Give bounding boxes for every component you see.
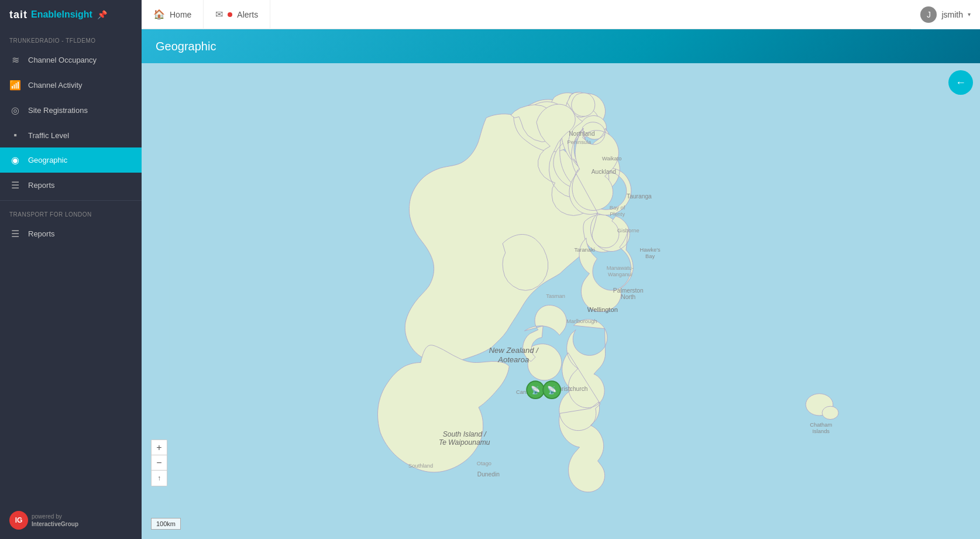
chatham-islands2 [822,406,838,419]
scale-label: 100km [156,520,176,527]
traffic-level-icon: ▪ [9,130,21,140]
alerts-icon: ✉ [215,9,223,20]
bay-of-plenty-label: Bay of [610,205,625,211]
zoom-in-icon: + [156,442,161,453]
map-container[interactable]: New Zealand / Aotearoa South Island / Te… [142,63,980,539]
chevron-down-icon: ▾ [968,11,971,18]
palmerston-label: Palmerston [613,287,644,294]
bay-of-plenty-label2: Plenty [610,211,625,217]
back-icon: ← [955,77,966,89]
reports-tfl-icon: ☰ [9,228,21,239]
manawatu-label2: Wanganui [608,272,632,277]
sidebar-section1-label: TRUNKEDRADIO - TFLDEMO [0,29,142,47]
page-header: Geographic [142,29,980,63]
main-layout: TRUNKEDRADIO - TFLDEMO ≋ Channel Occupan… [0,29,980,539]
chatham-label2: Islands [812,428,830,434]
hawkes-bay-label2: Bay [645,253,655,259]
marlborough-label: Marlborough [566,318,597,324]
northland-peninsula-label: Peninsula [567,139,592,145]
wellington-label: Wellington [587,306,618,313]
sidebar-item-traffic-level-label: Traffic Level [28,131,69,140]
north-icon: ↑ [157,474,161,482]
zoom-controls: + − ↑ [151,440,167,486]
dunedin-label: Dunedin [477,471,500,478]
palmerston-label2: North [621,294,635,300]
sidebar-item-geographic-label: Geographic [28,156,67,164]
sidebar-item-site-registrations-label: Site Registrations [28,106,88,115]
scale-bar: 100km [151,518,181,530]
insight-label: Insight [61,9,92,19]
south-island-label2: Te Waipounamu [439,438,490,447]
nav-home[interactable]: 🏠 Home [142,0,204,29]
page-title: Geographic [156,40,216,53]
topbar: tait EnableInsight 📌 🏠 Home ✉ Alerts J j… [0,0,980,29]
taranaki-label: Taranaki [574,247,594,253]
sidebar-item-reports-label: Reports [28,181,55,190]
sidebar-item-site-registrations[interactable]: ◎ Site Registrations [0,98,142,123]
geographic-icon: ◉ [9,155,21,166]
brand-area: tait EnableInsight 📌 [0,0,142,29]
nav-items: 🏠 Home ✉ Alerts J jsmith ▾ [142,0,980,29]
sidebar-divider [0,200,142,201]
powered-by-label: powered by [32,513,62,520]
nav-alerts-label: Alerts [237,10,258,19]
marker2-icon: 📡 [547,385,557,395]
auckland-label: Auckland [592,169,616,175]
sidebar-item-traffic-level[interactable]: ▪ Traffic Level [0,123,142,147]
sidebar-item-channel-occupancy[interactable]: ≋ Channel Occupancy [0,47,142,73]
ig-text: powered by InteractiveGroup [32,513,78,528]
nav-home-label: Home [170,10,191,19]
back-button[interactable]: ← [948,70,973,95]
tait-logo: tait [9,9,27,21]
south-island-label: South Island / [443,430,487,438]
nz-label2: Aotearoa [497,356,529,365]
site-registrations-icon: ◎ [9,105,21,116]
manawatu-label: Manawatu- [607,265,634,271]
sidebar: TRUNKEDRADIO - TFLDEMO ≋ Channel Occupan… [0,29,142,539]
gisborne-label: Gisborne [617,228,639,234]
sidebar-item-geographic[interactable]: ◉ Geographic [0,147,142,173]
channel-activity-icon: 📶 [9,80,21,91]
enable-label: Enable [31,9,61,19]
tasman-label: Tasman [546,293,565,299]
zoom-out-button[interactable]: − [152,455,167,471]
company-label: InteractiveGroup [32,520,78,528]
home-icon: 🏠 [153,9,165,20]
avatar: J [920,6,937,23]
sidebar-item-reports-tfl[interactable]: ☰ Reports [0,221,142,246]
hawkes-bay-label: Hawke's [640,247,661,253]
sidebar-item-channel-activity[interactable]: 📶 Channel Activity [0,73,142,98]
nz-label: New Zealand / [489,346,539,355]
sidebar-item-channel-occupancy-label: Channel Occupancy [28,56,97,64]
user-name: jsmith [941,10,963,19]
enable-insight-logo: EnableInsight [31,9,92,20]
zoom-in-button[interactable]: + [152,440,167,455]
tauranga-label: Tauranga [627,193,652,200]
map-svg: New Zealand / Aotearoa South Island / Te… [142,63,980,539]
channel-occupancy-icon: ≋ [9,54,21,66]
chatham-label: Chatham [810,422,832,428]
avatar-letter: J [927,10,931,19]
reports-icon: ☰ [9,180,21,191]
sidebar-item-reports-tfl-label: Reports [28,229,55,238]
sidebar-section2-label: TRANSPORT FOR LONDON [0,203,142,221]
otago-label: Otago [477,461,491,466]
northland-label: Northland [569,131,595,137]
sidebar-item-channel-activity-label: Channel Activity [28,81,82,90]
ig-logo-icon: IG [9,511,28,530]
sidebar-item-reports[interactable]: ☰ Reports [0,173,142,198]
southland-label: Southland [408,463,433,469]
zoom-north-button[interactable]: ↑ [152,471,167,486]
pin-icon: 📌 [97,10,107,19]
user-area[interactable]: J jsmith ▾ [911,0,980,29]
interactive-group-logo: IG powered by InteractiveGroup [9,511,78,530]
zoom-out-icon: − [156,458,161,468]
content-area: Geographic [142,29,980,539]
waikato-label: Waikato [602,156,621,162]
alert-dot [228,12,232,17]
marker1-icon: 📡 [531,385,541,395]
sidebar-footer: IG powered by InteractiveGroup [0,502,142,539]
nav-alerts[interactable]: ✉ Alerts [204,0,270,29]
